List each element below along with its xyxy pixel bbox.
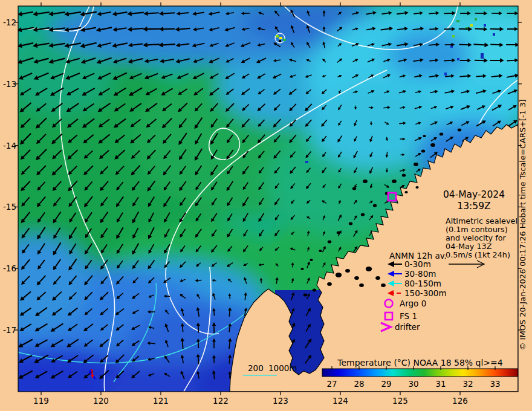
- anmn-entry-label: 80-150m: [404, 279, 441, 288]
- island: [363, 180, 368, 183]
- drifter-marker-label: drifter: [395, 322, 420, 332]
- annotation-line: Altimetric sealevel: [446, 216, 517, 225]
- argo-marker-label: Argo 0: [400, 299, 426, 308]
- island: [327, 282, 332, 286]
- island: [366, 267, 372, 271]
- island: [354, 276, 359, 280]
- anmn-entry-label: 150-300m: [404, 288, 447, 298]
- x-axis-tick-label: 123: [273, 396, 288, 406]
- island: [402, 174, 406, 177]
- time-label: 13:59Z: [457, 201, 490, 212]
- island: [373, 204, 377, 207]
- island: [337, 231, 341, 235]
- island: [458, 129, 462, 132]
- colorbar-tick-label: 33: [490, 379, 500, 389]
- island: [349, 222, 353, 225]
- island: [313, 289, 317, 292]
- island: [440, 133, 444, 136]
- x-axis-tick-label: 119: [33, 396, 49, 406]
- island: [328, 241, 332, 244]
- colorbar-tick-label: 29: [381, 379, 391, 389]
- x-axis-tick-label: 122: [213, 396, 229, 406]
- x-axis-tick-label: 126: [452, 396, 468, 406]
- copyright-vertical-text: © IMOS 20-Jan-2026 00:17:26 Hobart time …: [518, 99, 527, 350]
- island: [310, 259, 313, 261]
- island: [319, 250, 322, 252]
- y-axis-tick-label: -14: [3, 141, 16, 150]
- annotation-line: (0.1m contours): [446, 225, 508, 234]
- colorbar-tick-label: 27: [326, 379, 337, 389]
- colorbar-gradient: [322, 369, 518, 377]
- x-axis-tick-label: 124: [332, 396, 348, 406]
- island: [375, 276, 380, 280]
- colorbar-title: Temperature (°C) NOAA 18 58% ql>=4: [337, 358, 503, 367]
- island: [303, 294, 308, 297]
- y-axis-tick-label: -13: [3, 79, 16, 89]
- sst-current-map-figure: 04-May-2024 13:59Z Altimetric sealevel (…: [0, 0, 532, 411]
- map-canvas: 04-May-2024 13:59Z Altimetric sealevel (…: [0, 0, 532, 411]
- island: [423, 135, 426, 137]
- island: [404, 191, 407, 193]
- island: [421, 150, 426, 153]
- island: [300, 268, 303, 270]
- y-axis-tick-label: -15: [3, 202, 16, 212]
- date-label: 04-May-2024: [443, 189, 505, 200]
- island: [392, 180, 397, 183]
- island: [352, 187, 357, 190]
- colorbar-tick-label: 31: [435, 379, 446, 389]
- y-axis-tick-label: -17: [3, 325, 16, 335]
- annotation-line: 04-May 13Z: [446, 242, 492, 251]
- island: [345, 269, 350, 273]
- anmn-entry-label: 30-80m: [404, 269, 436, 279]
- annotation-line: 0.5m/s (1kt 24h): [446, 250, 510, 259]
- x-axis-tick-label: 125: [392, 396, 408, 406]
- y-axis-tick-label: -16: [3, 264, 16, 273]
- island: [361, 213, 365, 216]
- y-axis-tick-label: -12: [3, 18, 16, 27]
- annotation-line: and velocity for: [446, 233, 507, 242]
- x-axis-tick-label: 120: [93, 396, 109, 406]
- island: [415, 186, 418, 189]
- colorbar-tick-label: 30: [408, 379, 418, 389]
- depth-scale-1000-label: 1000m: [268, 363, 297, 373]
- fs-marker-label: FS 1: [400, 311, 417, 321]
- anmn-entry-label: 0-30m: [404, 259, 431, 269]
- island: [430, 143, 435, 147]
- island: [414, 163, 418, 166]
- island: [336, 273, 342, 277]
- x-axis-tick-label: 121: [153, 396, 169, 406]
- island: [359, 283, 364, 287]
- island: [381, 283, 386, 287]
- colorbar-tick-label: 28: [354, 379, 364, 389]
- depth-scale-200-label: 200: [248, 363, 264, 373]
- colorbar-tick-label: 32: [462, 379, 473, 389]
